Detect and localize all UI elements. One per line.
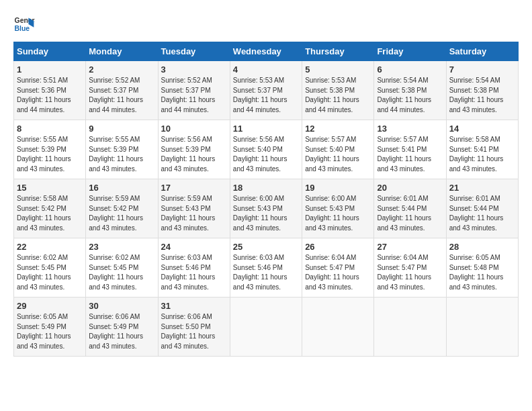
day-info: Sunrise: 5:52 AMSunset: 5:37 PMDaylight:… <box>89 77 143 113</box>
day-info: Sunrise: 5:58 AMSunset: 5:41 PMDaylight:… <box>449 136 504 173</box>
day-number: 24 <box>161 242 227 252</box>
day-info: Sunrise: 6:04 AMSunset: 5:47 PMDaylight:… <box>377 254 431 291</box>
calendar-cell: 8 Sunrise: 5:55 AMSunset: 5:39 PMDayligh… <box>14 120 86 179</box>
day-number: 13 <box>377 124 443 134</box>
calendar-cell: 25 Sunrise: 6:03 AMSunset: 5:46 PMDaylig… <box>230 238 302 298</box>
day-number: 7 <box>449 64 515 75</box>
calendar-cell: 26 Sunrise: 6:04 AMSunset: 5:47 PMDaylig… <box>302 238 374 298</box>
week-row-3: 15 Sunrise: 5:58 AMSunset: 5:42 PMDaylig… <box>14 179 519 238</box>
calendar-cell: 22 Sunrise: 6:02 AMSunset: 5:45 PMDaylig… <box>14 238 86 298</box>
calendar-cell: 7 Sunrise: 5:54 AMSunset: 5:38 PMDayligh… <box>446 61 518 120</box>
calendar-cell: 21 Sunrise: 6:01 AMSunset: 5:44 PMDaylig… <box>446 179 518 238</box>
day-info: Sunrise: 5:59 AMSunset: 5:43 PMDaylight:… <box>161 195 216 232</box>
calendar-cell: 19 Sunrise: 6:00 AMSunset: 5:43 PMDaylig… <box>302 179 374 238</box>
day-number: 25 <box>233 242 299 252</box>
day-number: 31 <box>161 301 227 311</box>
day-number: 22 <box>17 242 83 252</box>
day-number: 10 <box>161 124 227 134</box>
day-number: 12 <box>305 124 371 134</box>
day-number: 4 <box>233 64 299 75</box>
day-info: Sunrise: 6:01 AMSunset: 5:44 PMDaylight:… <box>449 195 504 232</box>
day-number: 11 <box>233 124 299 134</box>
day-number: 17 <box>161 183 227 193</box>
calendar-cell: 4 Sunrise: 5:53 AMSunset: 5:37 PMDayligh… <box>230 61 302 120</box>
page-header: General Blue <box>13 13 519 35</box>
day-info: Sunrise: 6:01 AMSunset: 5:44 PMDaylight:… <box>377 195 431 232</box>
calendar-cell <box>230 298 302 357</box>
calendar-cell: 20 Sunrise: 6:01 AMSunset: 5:44 PMDaylig… <box>374 179 446 238</box>
calendar-cell: 16 Sunrise: 5:59 AMSunset: 5:42 PMDaylig… <box>86 179 158 238</box>
day-number: 26 <box>305 242 371 252</box>
week-row-4: 22 Sunrise: 6:02 AMSunset: 5:45 PMDaylig… <box>14 238 519 298</box>
day-info: Sunrise: 5:57 AMSunset: 5:40 PMDaylight:… <box>305 136 359 173</box>
day-info: Sunrise: 5:51 AMSunset: 5:36 PMDaylight:… <box>17 77 71 113</box>
calendar-cell: 12 Sunrise: 5:57 AMSunset: 5:40 PMDaylig… <box>302 120 374 179</box>
logo: General Blue <box>13 13 39 35</box>
day-info: Sunrise: 5:54 AMSunset: 5:38 PMDaylight:… <box>449 77 504 113</box>
calendar-cell: 29 Sunrise: 6:05 AMSunset: 5:49 PMDaylig… <box>14 298 86 357</box>
day-header-tuesday: Tuesday <box>158 42 230 61</box>
day-header-monday: Monday <box>86 42 158 61</box>
calendar-cell: 13 Sunrise: 5:57 AMSunset: 5:41 PMDaylig… <box>374 120 446 179</box>
svg-text:Blue: Blue <box>15 25 30 32</box>
day-number: 18 <box>233 183 299 193</box>
day-info: Sunrise: 6:02 AMSunset: 5:45 PMDaylight:… <box>17 254 71 291</box>
calendar-table: SundayMondayTuesdayWednesdayThursdayFrid… <box>13 42 519 357</box>
day-number: 8 <box>17 124 83 134</box>
day-number: 1 <box>17 64 83 75</box>
day-header-saturday: Saturday <box>446 42 518 61</box>
calendar-cell: 15 Sunrise: 5:58 AMSunset: 5:42 PMDaylig… <box>14 179 86 238</box>
day-number: 30 <box>89 301 154 311</box>
week-row-1: 1 Sunrise: 5:51 AMSunset: 5:36 PMDayligh… <box>14 61 519 120</box>
day-number: 21 <box>449 183 515 193</box>
day-info: Sunrise: 5:55 AMSunset: 5:39 PMDaylight:… <box>89 136 143 173</box>
day-info: Sunrise: 5:53 AMSunset: 5:37 PMDaylight:… <box>233 77 287 113</box>
calendar-cell: 5 Sunrise: 5:53 AMSunset: 5:38 PMDayligh… <box>302 61 374 120</box>
day-info: Sunrise: 6:06 AMSunset: 5:49 PMDaylight:… <box>89 313 143 350</box>
day-info: Sunrise: 6:06 AMSunset: 5:50 PMDaylight:… <box>161 313 216 350</box>
calendar-cell: 1 Sunrise: 5:51 AMSunset: 5:36 PMDayligh… <box>14 61 86 120</box>
day-info: Sunrise: 6:04 AMSunset: 5:47 PMDaylight:… <box>305 254 359 291</box>
day-number: 14 <box>449 124 515 134</box>
day-number: 28 <box>449 242 515 252</box>
calendar-cell: 17 Sunrise: 5:59 AMSunset: 5:43 PMDaylig… <box>158 179 230 238</box>
day-number: 3 <box>161 64 227 75</box>
day-info: Sunrise: 5:52 AMSunset: 5:37 PMDaylight:… <box>161 77 216 113</box>
calendar-cell: 30 Sunrise: 6:06 AMSunset: 5:49 PMDaylig… <box>86 298 158 357</box>
day-header-wednesday: Wednesday <box>230 42 302 61</box>
day-number: 9 <box>89 124 154 134</box>
day-number: 16 <box>89 183 154 193</box>
calendar-cell: 9 Sunrise: 5:55 AMSunset: 5:39 PMDayligh… <box>86 120 158 179</box>
day-info: Sunrise: 5:57 AMSunset: 5:41 PMDaylight:… <box>377 136 431 173</box>
days-header-row: SundayMondayTuesdayWednesdayThursdayFrid… <box>14 42 519 61</box>
day-number: 6 <box>377 64 443 75</box>
calendar-cell: 31 Sunrise: 6:06 AMSunset: 5:50 PMDaylig… <box>158 298 230 357</box>
calendar-cell <box>446 298 518 357</box>
calendar-cell: 11 Sunrise: 5:56 AMSunset: 5:40 PMDaylig… <box>230 120 302 179</box>
logo-icon: General Blue <box>13 13 35 35</box>
calendar-cell: 3 Sunrise: 5:52 AMSunset: 5:37 PMDayligh… <box>158 61 230 120</box>
calendar-cell: 23 Sunrise: 6:02 AMSunset: 5:45 PMDaylig… <box>86 238 158 298</box>
day-info: Sunrise: 6:02 AMSunset: 5:45 PMDaylight:… <box>89 254 143 291</box>
day-header-sunday: Sunday <box>14 42 86 61</box>
calendar-cell: 6 Sunrise: 5:54 AMSunset: 5:38 PMDayligh… <box>374 61 446 120</box>
day-info: Sunrise: 5:56 AMSunset: 5:39 PMDaylight:… <box>161 136 216 173</box>
day-info: Sunrise: 6:05 AMSunset: 5:49 PMDaylight:… <box>17 313 71 350</box>
week-row-5: 29 Sunrise: 6:05 AMSunset: 5:49 PMDaylig… <box>14 298 519 357</box>
day-number: 2 <box>89 64 154 75</box>
day-header-thursday: Thursday <box>302 42 374 61</box>
day-number: 27 <box>377 242 443 252</box>
day-info: Sunrise: 6:03 AMSunset: 5:46 PMDaylight:… <box>233 254 287 291</box>
calendar-cell <box>302 298 374 357</box>
day-info: Sunrise: 6:03 AMSunset: 5:46 PMDaylight:… <box>161 254 216 291</box>
calendar-cell: 2 Sunrise: 5:52 AMSunset: 5:37 PMDayligh… <box>86 61 158 120</box>
day-number: 23 <box>89 242 154 252</box>
week-row-2: 8 Sunrise: 5:55 AMSunset: 5:39 PMDayligh… <box>14 120 519 179</box>
day-number: 29 <box>17 301 83 311</box>
calendar-cell: 18 Sunrise: 6:00 AMSunset: 5:43 PMDaylig… <box>230 179 302 238</box>
day-info: Sunrise: 5:58 AMSunset: 5:42 PMDaylight:… <box>17 195 71 232</box>
day-info: Sunrise: 6:00 AMSunset: 5:43 PMDaylight:… <box>233 195 287 232</box>
calendar-cell: 14 Sunrise: 5:58 AMSunset: 5:41 PMDaylig… <box>446 120 518 179</box>
calendar-cell <box>374 298 446 357</box>
calendar-cell: 24 Sunrise: 6:03 AMSunset: 5:46 PMDaylig… <box>158 238 230 298</box>
